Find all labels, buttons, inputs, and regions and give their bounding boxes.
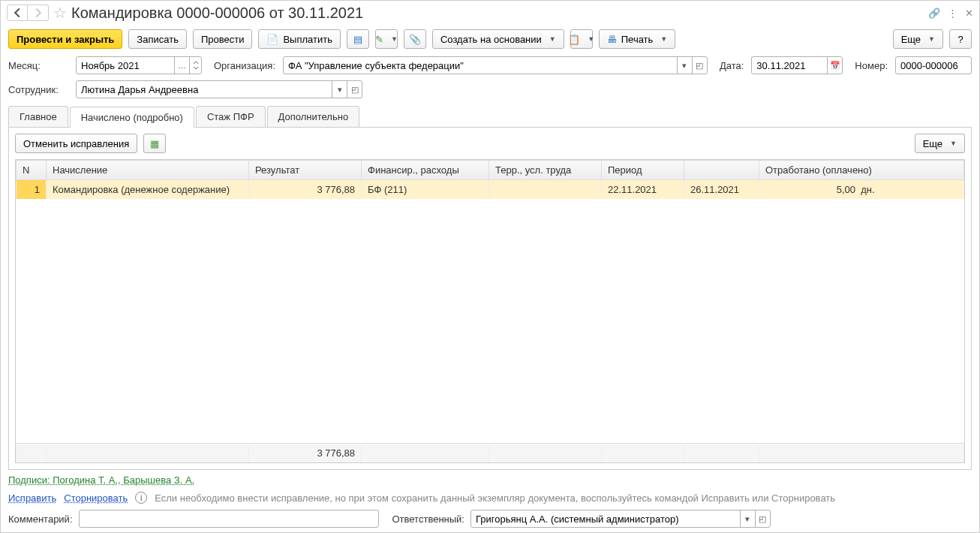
calendar-icon[interactable]: 📅 xyxy=(827,57,842,74)
info-icon: i xyxy=(135,492,147,504)
fix-link[interactable]: Исправить xyxy=(8,492,56,504)
paperclip-icon: 📎 xyxy=(409,34,421,45)
signatures-link[interactable]: Подписи: Погодина Т. А., Барышева З. А. xyxy=(8,474,194,486)
post-button[interactable]: Провести xyxy=(193,29,253,49)
org-input[interactable]: ▾ ◰ xyxy=(283,56,708,74)
money-icon: 📄 xyxy=(266,34,278,45)
help-button[interactable]: ? xyxy=(949,29,972,49)
col-fin[interactable]: Финансир., расходы xyxy=(362,161,489,180)
number-input[interactable] xyxy=(895,56,972,74)
tab-main[interactable]: Главное xyxy=(8,106,68,127)
pay-button[interactable]: 📄Выплатить xyxy=(258,29,341,49)
panel-more-button[interactable]: Еще▼ xyxy=(915,134,965,153)
forward-button[interactable] xyxy=(28,5,49,21)
col-period[interactable]: Период xyxy=(602,161,684,180)
employee-label: Сотрудник: xyxy=(8,84,68,95)
col-worked[interactable]: Отработано (оплачено) xyxy=(759,161,964,180)
document-icon: ▤ xyxy=(353,34,362,45)
date-label: Дата: xyxy=(720,60,744,71)
col-accrual[interactable]: Начисление xyxy=(47,161,249,180)
col-n[interactable]: N xyxy=(17,161,47,180)
responsible-open[interactable]: ◰ xyxy=(755,510,770,527)
grid-icon: ▦ xyxy=(150,138,159,149)
more-button[interactable]: Еще▼ xyxy=(893,29,943,49)
printer-icon: 🖶 xyxy=(607,34,617,45)
month-spinner[interactable] xyxy=(189,57,201,74)
edit-icon-button[interactable]: ✎▼ xyxy=(375,29,398,49)
employee-open[interactable]: ◰ xyxy=(347,81,362,98)
back-button[interactable] xyxy=(7,5,28,21)
cancel-corrections-button[interactable]: Отменить исправления xyxy=(15,134,137,153)
tab-pfr[interactable]: Стаж ПФР xyxy=(196,106,266,127)
save-button[interactable]: Записать xyxy=(128,29,187,49)
create-based-on-button[interactable]: Создать на основании▼ xyxy=(432,29,564,49)
number-label: Номер: xyxy=(855,60,888,71)
employee-dropdown[interactable]: ▾ xyxy=(332,81,347,98)
table-row[interactable]: 1 Командировка (денежное содержание) 3 7… xyxy=(17,180,964,199)
responsible-label: Ответственный: xyxy=(392,513,464,525)
comment-label: Комментарий: xyxy=(8,513,73,525)
employee-input[interactable]: ▾ ◰ xyxy=(76,80,362,98)
month-input[interactable]: … xyxy=(76,56,202,74)
org-label: Организация: xyxy=(214,60,275,71)
storno-link[interactable]: Сторнировать xyxy=(64,492,128,504)
window-title: Командировка 0000-000006 от 30.11.2021 xyxy=(71,5,924,22)
month-label: Месяц: xyxy=(8,60,68,71)
post-and-close-button[interactable]: Провести и закрыть xyxy=(8,29,122,49)
org-open[interactable]: ◰ xyxy=(692,57,707,74)
kebab-menu-icon[interactable]: ⋮ xyxy=(948,8,957,19)
grid-footer: 3 776,88 xyxy=(16,443,964,462)
date-input[interactable]: 📅 xyxy=(751,56,843,74)
col-period-end[interactable] xyxy=(684,161,759,180)
link-icon[interactable]: 🔗 xyxy=(928,8,940,19)
grid-settings-button[interactable]: ▦ xyxy=(143,134,166,153)
month-select-icon[interactable]: … xyxy=(174,57,189,74)
responsible-dropdown[interactable]: ▾ xyxy=(740,510,755,527)
col-terr[interactable]: Терр., усл. труда xyxy=(489,161,602,180)
accruals-grid[interactable]: N Начисление Результат Финансир., расход… xyxy=(15,159,965,463)
responsible-input[interactable]: ▾ ◰ xyxy=(470,510,771,528)
col-result[interactable]: Результат xyxy=(249,161,362,180)
print-button[interactable]: 🖶Печать▼ xyxy=(599,29,676,49)
org-dropdown[interactable]: ▾ xyxy=(677,57,692,74)
copy-doc-button[interactable]: 📋▼ xyxy=(570,29,593,49)
close-icon[interactable]: ✕ xyxy=(965,8,973,19)
attach-icon-button[interactable]: 📎 xyxy=(404,29,426,49)
favorite-star-icon[interactable]: ☆ xyxy=(53,4,67,22)
tab-extra[interactable]: Дополнительно xyxy=(267,106,360,127)
document-icon-button[interactable]: ▤ xyxy=(347,29,369,49)
tab-accrued[interactable]: Начислено (подробно) xyxy=(70,107,194,128)
pencil-icon: ✎ xyxy=(375,34,383,45)
hint-text: Если необходимо внести исправление, но п… xyxy=(155,492,835,504)
comment-input[interactable] xyxy=(79,510,379,528)
copy-icon: 📋 xyxy=(568,34,580,45)
